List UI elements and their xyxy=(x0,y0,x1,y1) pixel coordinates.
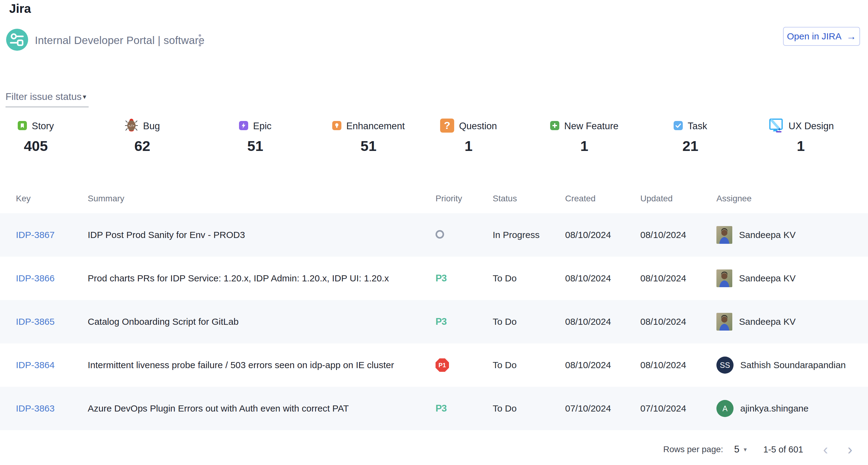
counter-question: ? Question 1 xyxy=(440,118,497,153)
col-header-created: Created xyxy=(565,194,640,203)
epic-count: 51 xyxy=(247,139,263,153)
col-header-priority: Priority xyxy=(436,194,493,203)
task-icon xyxy=(674,121,683,131)
priority-p3-badge: P3 xyxy=(436,273,446,284)
entity-header: Internal Developer Portal | software xyxy=(6,29,205,51)
issue-status: To Do xyxy=(493,360,565,370)
issue-key-link[interactable]: IDP-3866 xyxy=(16,273,88,284)
ux-design-icon xyxy=(768,118,784,135)
col-header-status: Status xyxy=(493,194,565,203)
table-row: IDP-3864 Intermittent liveness probe fai… xyxy=(0,343,868,387)
assignee-name: Sandeepa KV xyxy=(739,273,796,284)
bug-icon: </> xyxy=(125,118,138,134)
issue-status-filter[interactable]: Filter issue status ▾ xyxy=(5,91,89,107)
priority-p3-badge: P3 xyxy=(436,316,446,327)
issue-key-link[interactable]: IDP-3864 xyxy=(16,360,88,370)
counter-story: Story 405 xyxy=(18,118,54,153)
story-icon xyxy=(18,121,27,131)
issue-key-link[interactable]: IDP-3867 xyxy=(16,230,88,240)
counter-epic: Epic 51 xyxy=(239,118,271,153)
col-header-key: Key xyxy=(16,194,88,203)
counter-new-feature: New Feature 1 xyxy=(550,118,618,153)
counter-ux-design: UX Design 1 xyxy=(768,118,834,153)
assignee-name: ajinkya.shingane xyxy=(740,403,809,414)
open-in-jira-button[interactable]: Open in JIRA → xyxy=(783,27,860,46)
enhancement-count: 51 xyxy=(361,139,376,153)
priority-none-icon xyxy=(436,230,444,239)
svg-text:</>: </> xyxy=(128,124,134,128)
assignee-name: Sathish Soundarapandian xyxy=(740,360,846,370)
issue-updated: 07/10/2024 xyxy=(640,403,716,414)
entity-title: Internal Developer Portal | software xyxy=(35,34,205,46)
issue-created: 08/10/2024 xyxy=(565,317,640,327)
issue-summary: Catalog Onboarding Script for GitLab xyxy=(88,317,436,327)
issue-updated: 08/10/2024 xyxy=(640,230,716,240)
issue-summary: IDP Post Prod Sanity for Env - PROD3 xyxy=(88,230,436,240)
issue-status: To Do xyxy=(493,273,565,284)
story-count: 405 xyxy=(24,139,48,153)
bug-count: 62 xyxy=(134,139,150,153)
rows-per-page-select[interactable]: 5 ▾ xyxy=(734,444,747,455)
new-feature-icon xyxy=(550,121,559,131)
next-page-button[interactable]: › xyxy=(841,440,859,458)
more-options-button[interactable] xyxy=(193,30,207,51)
assignee-avatar: A xyxy=(716,400,734,417)
epic-icon xyxy=(239,121,248,131)
issue-status: In Progress xyxy=(493,230,565,240)
table-header-row: Key Summary Priority Status Created Upda… xyxy=(0,187,868,210)
pagination-range: 1-5 of 601 xyxy=(763,444,803,455)
assignee-avatar xyxy=(716,313,732,331)
issue-created: 08/10/2024 xyxy=(565,273,640,284)
kebab-menu-icon xyxy=(199,34,201,37)
table-row: IDP-3863 Azure DevOps Plugin Errors out … xyxy=(0,387,868,430)
table-row: IDP-3867 IDP Post Prod Sanity for Env - … xyxy=(0,213,868,257)
issue-type-counters: Story 405 </> Bug 62 xyxy=(0,118,868,170)
project-logo-icon xyxy=(6,29,28,52)
issue-status-filter-label: Filter issue status xyxy=(5,91,82,102)
rows-per-page-label: Rows per page: xyxy=(663,444,723,454)
issue-updated: 08/10/2024 xyxy=(640,273,716,284)
priority-p1-badge: P1 xyxy=(436,358,449,372)
open-in-jira-label: Open in JIRA xyxy=(787,31,841,41)
assignee-avatar xyxy=(716,269,732,287)
new-feature-count: 1 xyxy=(580,139,588,153)
chevron-down-icon: ▾ xyxy=(744,446,747,453)
issue-status: To Do xyxy=(493,403,565,414)
chevron-down-icon: ▾ xyxy=(83,93,86,101)
assignee-avatar: SS xyxy=(716,357,734,374)
question-icon: ? xyxy=(440,119,454,134)
issue-summary: Intermittent liveness probe failure / 50… xyxy=(88,360,436,370)
issue-created: 07/10/2024 xyxy=(565,403,640,414)
issue-key-link[interactable]: IDP-3865 xyxy=(16,317,88,327)
issue-status: To Do xyxy=(493,317,565,327)
table-row: IDP-3866 Prod charts PRs for IDP Service… xyxy=(0,257,868,300)
arrow-right-icon: → xyxy=(846,31,856,41)
ux-design-count: 1 xyxy=(797,139,805,153)
col-header-updated: Updated xyxy=(640,194,716,203)
previous-page-button[interactable]: ‹ xyxy=(817,440,834,458)
counter-bug: </> Bug 62 xyxy=(125,118,160,153)
issue-summary: Prod charts PRs for IDP Service: 1.20.x,… xyxy=(88,273,436,284)
issue-updated: 08/10/2024 xyxy=(640,360,716,370)
issue-created: 08/10/2024 xyxy=(565,360,640,370)
issues-table: Key Summary Priority Status Created Upda… xyxy=(0,187,868,430)
svg-text:?: ? xyxy=(444,120,451,131)
issue-summary: Azure DevOps Plugin Errors out with Auth… xyxy=(88,403,436,414)
assignee-name: Sandeepa KV xyxy=(739,317,796,327)
table-pagination: Rows per page: 5 ▾ 1-5 of 601 ‹ › xyxy=(0,439,868,460)
counter-task: Task 21 xyxy=(674,118,707,153)
assignee-avatar xyxy=(716,226,732,244)
jira-plugin-page: Jira Internal Developer Portal | softwar… xyxy=(0,0,868,465)
priority-p3-badge: P3 xyxy=(436,403,446,414)
issue-created: 08/10/2024 xyxy=(565,230,640,240)
issue-updated: 08/10/2024 xyxy=(640,317,716,327)
task-count: 21 xyxy=(682,139,699,153)
col-header-summary: Summary xyxy=(88,194,436,203)
page-title: Jira xyxy=(9,2,31,15)
assignee-name: Sandeepa KV xyxy=(739,230,796,240)
counter-enhancement: Enhancement 51 xyxy=(332,118,405,153)
issue-key-link[interactable]: IDP-3863 xyxy=(16,403,88,414)
col-header-assignee: Assignee xyxy=(716,194,868,203)
question-count: 1 xyxy=(465,139,472,153)
rows-per-page-value: 5 xyxy=(734,444,739,455)
